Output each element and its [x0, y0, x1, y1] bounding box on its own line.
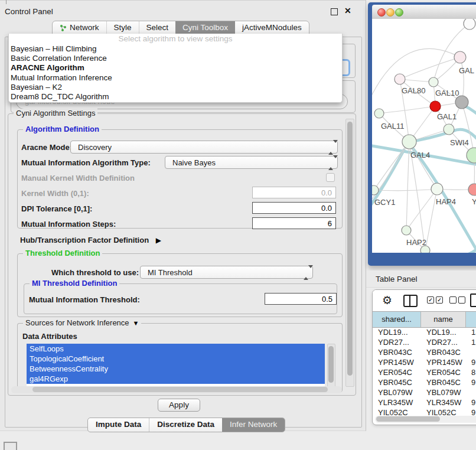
document-icon[interactable]: [470, 294, 476, 307]
node[interactable]: [454, 51, 466, 63]
float-window-icon[interactable]: [331, 8, 338, 15]
mi-type-combo[interactable]: Naive Bayes: [165, 156, 338, 169]
dropdown-item[interactable]: Dream8 DC_TDC Algorithm: [9, 92, 342, 102]
node-gal4[interactable]: [402, 135, 416, 149]
sources-title[interactable]: Sources for Network Inference▼: [23, 318, 141, 327]
table-horizontal-scrollbar[interactable]: [375, 416, 476, 423]
close-icon[interactable]: ✕: [344, 6, 351, 15]
node-gal10[interactable]: [429, 77, 438, 87]
tab-cyni-toolbox[interactable]: Cyni Toolbox: [175, 21, 235, 35]
dropdown-item[interactable]: Bayesian – Hill Climbing: [9, 44, 342, 54]
hub-definition-toggle[interactable]: Hub/Transcription Factor Definition ▶: [20, 236, 161, 244]
node[interactable]: [464, 19, 475, 30]
node-label: GCY1: [374, 198, 395, 207]
scrollbar-thumb[interactable]: [328, 346, 334, 383]
minimized-panel-icon[interactable]: [4, 442, 17, 450]
settings-horizontal-scrollbar[interactable]: [11, 386, 342, 393]
dpi-tolerance-input[interactable]: 0.0: [252, 202, 336, 214]
tab-network[interactable]: Network: [53, 21, 106, 35]
node-gal1-red[interactable]: [430, 101, 441, 112]
manual-kernel-label: Manual Kernel Width Definition: [21, 174, 135, 182]
column-header-shared-name[interactable]: shared...: [373, 312, 421, 327]
column-layout-icon[interactable]: [403, 295, 418, 307]
dropdown-item[interactable]: Basic Correlation Inference: [9, 54, 342, 63]
mi-threshold-group-title: MI Threshold Definition: [30, 279, 119, 288]
network-window-titlebar[interactable]: [372, 5, 476, 19]
cell: YBR045C: [373, 377, 421, 387]
tab-jactivemnodules[interactable]: jActiveMNodules: [235, 21, 309, 35]
gear-icon[interactable]: ⚙: [382, 294, 392, 307]
tab-jactivemnodules-label: jActiveMNodules: [242, 23, 302, 32]
cell: YDR27...: [373, 337, 421, 347]
table-row[interactable]: YBL079W YBL079W: [373, 387, 476, 397]
checked-checkbox-icon[interactable]: ✓: [427, 296, 434, 304]
dropdown-item-selected[interactable]: ARACNE Algorithm: [9, 63, 342, 73]
table-row[interactable]: YLR345W YLR345W 9.: [373, 397, 476, 407]
zoom-traffic-light-icon[interactable]: [395, 8, 403, 17]
table-row[interactable]: YPR145W YPR145W 9.: [373, 357, 476, 367]
node-label: HAP4: [436, 197, 456, 206]
mi-threshold-input[interactable]: 0.5: [265, 293, 337, 305]
kernel-width-input[interactable]: 0.0: [252, 187, 336, 198]
tab-style[interactable]: Style: [106, 21, 139, 35]
table-row[interactable]: YDL19... YDL19... 13: [373, 327, 476, 337]
tab-select[interactable]: Select: [139, 21, 176, 35]
checked-checkbox-icon[interactable]: ✓: [436, 296, 443, 304]
node-salmon[interactable]: [468, 184, 476, 195]
node-label: GAL10: [435, 89, 459, 97]
tab-discretize-data[interactable]: Discretize Data: [149, 418, 222, 432]
table-row[interactable]: YBR045C YBR045C 9.: [373, 377, 476, 387]
table-row[interactable]: YIL052C YIL052C 9: [373, 407, 476, 415]
node-gal11[interactable]: [374, 109, 384, 118]
node-gcy1[interactable]: [372, 185, 379, 195]
dropdown-item[interactable]: Mutual Information Inference: [9, 73, 342, 83]
dpi-tolerance-label: DPI Tolerance [0,1]:: [21, 204, 92, 213]
scrollbar-thumb[interactable]: [347, 122, 353, 376]
node[interactable]: [467, 148, 476, 163]
cell: YER054C: [373, 367, 421, 377]
cell: YBR045C: [421, 377, 466, 387]
unchecked-checkbox-icon[interactable]: [449, 296, 457, 304]
column-header-name[interactable]: name: [421, 312, 466, 327]
table-row[interactable]: YDR27... YDR27... 12: [373, 337, 476, 347]
node-gray[interactable]: [455, 96, 468, 109]
cyni-settings-title: Cyni Algorithm Settings: [14, 109, 97, 118]
node-gal80[interactable]: [395, 74, 405, 84]
attribute-item[interactable]: BetweennessCentrality: [27, 364, 325, 374]
tab-infer-network[interactable]: Infer Network: [222, 418, 285, 432]
cell: 9: [466, 407, 476, 415]
attribute-item[interactable]: gal4RGexp: [27, 374, 325, 384]
table-row[interactable]: YER054C YER054C 8.: [373, 367, 476, 377]
table-panel-titlebar: Table Panel: [366, 270, 476, 288]
network-canvas[interactable]: GAL GAL80 GAL10 GAL1 GAL11 SWI4 GAL4 GCY…: [372, 19, 476, 253]
attribute-list-scrollbar[interactable]: [327, 344, 335, 391]
node-hap2[interactable]: [402, 226, 411, 235]
manual-kernel-checkbox[interactable]: [326, 173, 335, 182]
scrollbar-thumb[interactable]: [376, 416, 440, 422]
minimize-traffic-light-icon[interactable]: [386, 8, 395, 17]
cell: YDR27...: [421, 337, 466, 347]
mi-steps-input[interactable]: 6: [252, 217, 336, 229]
node-label: SWI4: [450, 138, 469, 147]
attribute-item[interactable]: TopologicalCoefficient: [27, 354, 325, 364]
nodes: [372, 19, 476, 253]
dropdown-item[interactable]: Bayesian – K2: [9, 83, 342, 92]
sources-group: Sources for Network Inference▼ Data Attr…: [17, 323, 343, 392]
scrollbar-thumb[interactable]: [32, 387, 328, 392]
column-header[interactable]: [466, 312, 476, 327]
aracne-mode-value: Discovery: [78, 143, 112, 152]
close-traffic-light-icon[interactable]: [377, 8, 386, 17]
mi-threshold-group: MI Threshold Definition Mutual Informati…: [24, 283, 337, 314]
settings-vertical-scrollbar[interactable]: [345, 119, 354, 387]
apply-button[interactable]: Apply: [158, 399, 200, 412]
attribute-item[interactable]: SelfLoops: [27, 344, 325, 354]
aracne-mode-combo[interactable]: Discovery: [70, 141, 338, 154]
table-toolbar: ⚙ ✓ ✓: [373, 290, 476, 311]
cell: 9.: [466, 377, 476, 387]
table-row[interactable]: YBR043C YBR043C: [373, 347, 476, 357]
node-hap4[interactable]: [431, 183, 443, 195]
unchecked-checkbox-icon[interactable]: [458, 296, 465, 304]
node-swi4[interactable]: [444, 124, 454, 135]
tab-impute-data[interactable]: Impute Data: [88, 418, 149, 432]
which-threshold-combo[interactable]: MI Threshold: [140, 266, 313, 279]
